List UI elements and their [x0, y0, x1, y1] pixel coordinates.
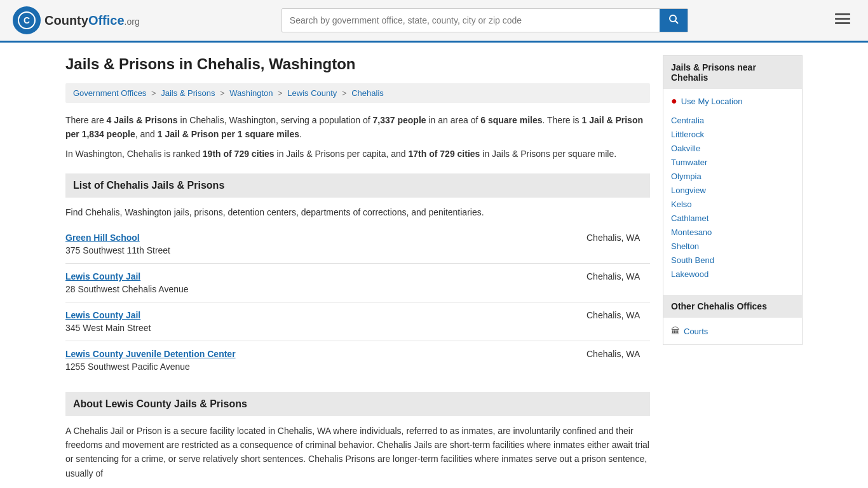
search-bar [281, 8, 688, 32]
list-item: Cathlamet [671, 211, 794, 225]
nearby-city-link[interactable]: Tumwater [671, 158, 707, 167]
nearby-city-link[interactable]: Montesano [671, 227, 712, 237]
svg-rect-6 [835, 22, 850, 24]
facilities-list: Green Hill School 375 Southwest 11th Str… [65, 225, 650, 379]
breadcrumb-lewis-county[interactable]: Lewis County [287, 88, 337, 98]
logo-area: C CountyOffice.org [13, 6, 140, 34]
nearby-city-link[interactable]: Lakewood [671, 269, 709, 279]
about-text: A Chehalis Jail or Prison is a secure fa… [65, 424, 650, 481]
info-count: 4 Jails & Prisons [107, 115, 178, 125]
other-link-item: 🏛 Courts [671, 324, 794, 338]
info-population: 7,337 people [373, 115, 426, 125]
breadcrumb-sep-3: > [278, 88, 285, 98]
facility-city: Chehalis, WA [574, 271, 650, 281]
facility-row: Lewis County Jail 28 Southwest Chehalis … [65, 271, 650, 294]
facility-name[interactable]: Lewis County Juvenile Detention Center [65, 349, 574, 359]
facility-item: Green Hill School 375 Southwest 11th Str… [65, 225, 650, 264]
facility-item: Lewis County Jail 28 Southwest Chehalis … [65, 264, 650, 302]
hamburger-button[interactable] [830, 10, 855, 31]
list-item: Oakville [671, 141, 794, 155]
facility-name[interactable]: Green Hill School [65, 233, 574, 243]
header: C CountyOffice.org [0, 0, 868, 43]
facility-address: 1255 Southwest Pacific Avenue [65, 362, 190, 372]
info-paragraph-1: There are 4 Jails & Prisons in Chehalis,… [65, 113, 650, 142]
list-item: Olympia [671, 169, 794, 183]
header-right [830, 10, 855, 31]
nearby-city-link[interactable]: Oakville [671, 144, 700, 153]
breadcrumb-washington[interactable]: Washington [229, 88, 273, 98]
nearby-city-link[interactable]: Centralia [671, 116, 704, 125]
search-input[interactable] [282, 10, 660, 30]
facility-item: Lewis County Juvenile Detention Center 1… [65, 341, 650, 379]
list-item: Littlerock [671, 127, 794, 141]
use-location-link[interactable]: Use My Location [681, 97, 743, 106]
logo-text: CountyOffice.org [44, 13, 140, 28]
facility-address: 375 Southwest 11th Street [65, 245, 170, 255]
breadcrumb-jails[interactable]: Jails & Prisons [161, 88, 215, 98]
list-description: Find Chehalis, Washington jails, prisons… [65, 205, 650, 219]
content-area: Jails & Prisons in Chehalis, Washington … [65, 55, 650, 480]
sidebar-other-content: 🏛 Courts [663, 318, 802, 344]
breadcrumb-gov-offices[interactable]: Government Offices [73, 88, 146, 98]
nearby-cities-list: Centralia Littlerock Oakville Tumwater O… [671, 113, 794, 281]
breadcrumb-chehalis[interactable]: Chehalis [351, 88, 384, 98]
list-item: South Bend [671, 253, 794, 267]
nearby-city-link[interactable]: Cathlamet [671, 214, 709, 223]
other-office-link[interactable]: Courts [684, 327, 708, 336]
facility-name[interactable]: Lewis County Jail [65, 271, 574, 281]
facility-city: Chehalis, WA [574, 310, 650, 320]
list-item: Montesano [671, 225, 794, 239]
info-rank-capita: 19th of 729 cities [203, 149, 275, 159]
nearby-city-link[interactable]: Kelso [671, 200, 692, 209]
about-title: About Lewis County Jails & Prisons [73, 398, 247, 409]
list-item: Shelton [671, 239, 794, 253]
page-title: Jails & Prisons in Chehalis, Washington [65, 55, 650, 73]
facility-left: Lewis County Jail 345 West Main Street [65, 310, 574, 333]
nearby-city-link[interactable]: Olympia [671, 172, 702, 181]
facility-address: 345 West Main Street [65, 323, 151, 333]
list-item: Longview [671, 183, 794, 197]
facility-row: Green Hill School 375 Southwest 11th Str… [65, 233, 650, 255]
facility-left: Lewis County Juvenile Detention Center 1… [65, 349, 574, 372]
sidebar-nearby-title: Jails & Prisons near Chehalis [663, 56, 802, 89]
sidebar-nearby-content: ● Use My Location Centralia Littlerock O… [663, 89, 802, 287]
main-container: Jails & Prisons in Chehalis, Washington … [53, 43, 815, 488]
facility-item: Lewis County Jail 345 West Main Street C… [65, 302, 650, 341]
svg-text:C: C [24, 15, 30, 25]
svg-line-3 [675, 21, 678, 24]
facility-row: Lewis County Jail 345 West Main Street C… [65, 310, 650, 333]
breadcrumb-sep-4: > [342, 88, 349, 98]
breadcrumb-sep-2: > [220, 88, 227, 98]
info-area: 6 square miles [480, 115, 542, 125]
location-icon: ● [671, 95, 677, 107]
nearby-city-link[interactable]: Longview [671, 186, 706, 195]
svg-point-2 [670, 15, 676, 22]
list-item: Centralia [671, 113, 794, 127]
sidebar: Jails & Prisons near Chehalis ● Use My L… [663, 55, 803, 480]
list-item: Kelso [671, 197, 794, 211]
search-button[interactable] [660, 9, 688, 32]
nearby-city-link[interactable]: South Bend [671, 255, 714, 265]
sidebar-box: Jails & Prisons near Chehalis ● Use My L… [663, 55, 803, 345]
facility-left: Green Hill School 375 Southwest 11th Str… [65, 233, 574, 255]
building-icon: 🏛 [671, 326, 680, 336]
info-per-sqmi: 1 Jail & Prison per 1 square miles [158, 129, 299, 139]
nearby-city-link[interactable]: Littlerock [671, 130, 704, 139]
list-section-header: List of Chehalis Jails & Prisons [65, 173, 650, 198]
nearby-city-link[interactable]: Shelton [671, 241, 699, 251]
about-section-header: About Lewis County Jails & Prisons [65, 392, 650, 416]
sidebar-other-title: Other Chehalis Offices [663, 295, 802, 318]
list-section-title: List of Chehalis Jails & Prisons [73, 180, 224, 191]
info-rank-sqmi: 17th of 729 cities [409, 149, 480, 159]
use-location: ● Use My Location [671, 95, 794, 107]
svg-rect-4 [835, 13, 850, 15]
list-item: Lakewood [671, 267, 794, 281]
breadcrumb-sep-1: > [151, 88, 158, 98]
facility-left: Lewis County Jail 28 Southwest Chehalis … [65, 271, 574, 294]
facility-city: Chehalis, WA [574, 349, 650, 359]
logo-icon: C [13, 6, 41, 34]
breadcrumb: Government Offices > Jails & Prisons > W… [65, 83, 650, 103]
facility-address: 28 Southwest Chehalis Avenue [65, 284, 189, 294]
facility-city: Chehalis, WA [574, 233, 650, 243]
facility-name[interactable]: Lewis County Jail [65, 310, 574, 320]
